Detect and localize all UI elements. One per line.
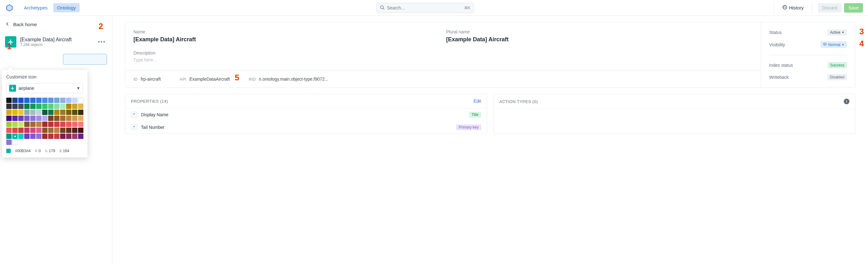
color-swatch[interactable]	[6, 104, 12, 109]
color-swatch[interactable]	[18, 134, 24, 139]
color-swatch[interactable]	[30, 122, 36, 127]
color-swatch[interactable]	[60, 110, 65, 115]
color-swatch[interactable]	[42, 110, 48, 115]
color-swatch[interactable]	[60, 122, 65, 127]
color-swatch[interactable]	[6, 98, 12, 103]
tab-ontology[interactable]: Ontology	[53, 3, 80, 12]
color-swatch[interactable]	[42, 127, 48, 133]
color-swatch[interactable]	[6, 116, 12, 121]
color-swatch[interactable]	[66, 116, 71, 121]
color-swatch[interactable]	[48, 122, 54, 127]
color-swatch[interactable]	[42, 116, 48, 121]
color-swatch[interactable]	[72, 122, 78, 127]
color-swatch[interactable]	[36, 116, 41, 121]
color-swatch[interactable]	[66, 122, 71, 127]
icon-select[interactable]: airplane ▼	[6, 83, 83, 93]
color-swatch[interactable]	[72, 104, 78, 109]
color-swatch[interactable]	[6, 134, 12, 139]
search-box[interactable]: ⌘K	[376, 3, 474, 13]
color-swatch[interactable]	[36, 104, 41, 109]
color-swatch[interactable]	[60, 127, 65, 133]
color-swatch[interactable]	[18, 116, 24, 121]
color-swatch[interactable]	[30, 127, 36, 133]
color-swatch[interactable]	[78, 98, 84, 103]
color-swatch[interactable]	[48, 116, 54, 121]
property-row[interactable]: ❞ Tail Number Primary key	[125, 121, 487, 134]
color-swatch[interactable]	[72, 110, 78, 115]
color-swatch[interactable]	[54, 116, 60, 121]
properties-edit-link[interactable]: Edit	[473, 98, 481, 104]
color-swatch[interactable]	[48, 110, 54, 115]
color-swatch[interactable]	[24, 98, 30, 103]
name-value[interactable]: [Example Data] Aircraft	[133, 36, 440, 43]
color-swatch[interactable]	[36, 127, 41, 133]
color-swatch[interactable]	[48, 127, 54, 133]
color-swatch[interactable]	[36, 134, 41, 139]
color-swatch[interactable]	[36, 122, 41, 127]
color-swatch[interactable]	[30, 134, 36, 139]
color-swatch[interactable]	[30, 104, 36, 109]
color-swatch[interactable]	[18, 122, 24, 127]
description-input[interactable]: Type here...	[133, 57, 752, 62]
color-swatch[interactable]	[18, 127, 24, 133]
color-swatch[interactable]	[54, 98, 60, 103]
entity-menu-button[interactable]: •••	[97, 37, 107, 47]
color-swatch[interactable]	[66, 98, 71, 103]
color-swatch[interactable]	[48, 98, 54, 103]
color-swatch[interactable]	[36, 110, 41, 115]
color-swatch[interactable]	[12, 110, 18, 115]
color-swatch[interactable]	[48, 134, 54, 139]
status-dropdown[interactable]: Active ▼	[828, 29, 847, 36]
color-swatch[interactable]	[18, 110, 24, 115]
color-swatch[interactable]	[78, 116, 84, 121]
color-swatch[interactable]	[78, 134, 84, 139]
color-swatch[interactable]	[60, 98, 65, 103]
color-swatch[interactable]	[78, 127, 84, 133]
color-swatch[interactable]	[36, 98, 41, 103]
color-swatch[interactable]	[24, 127, 30, 133]
search-input[interactable]	[387, 5, 462, 10]
tab-archetypes[interactable]: Archetypes	[20, 3, 51, 12]
color-swatch[interactable]	[18, 104, 24, 109]
color-swatch[interactable]	[6, 122, 12, 127]
color-swatch[interactable]	[24, 122, 30, 127]
color-swatch[interactable]	[12, 140, 18, 145]
color-swatch[interactable]	[30, 110, 36, 115]
color-swatch[interactable]	[60, 116, 65, 121]
plural-value[interactable]: [Example Data] Aircraft	[446, 36, 753, 43]
color-swatch[interactable]	[54, 104, 60, 109]
property-row[interactable]: ❞ Display Name Title	[125, 108, 487, 121]
color-swatch[interactable]	[72, 134, 78, 139]
color-swatch[interactable]	[66, 134, 71, 139]
color-swatch[interactable]	[6, 110, 12, 115]
color-swatch[interactable]	[48, 104, 54, 109]
color-swatch[interactable]	[6, 127, 12, 133]
color-swatch[interactable]	[78, 110, 84, 115]
back-home[interactable]: Back home	[0, 16, 112, 33]
color-swatch[interactable]	[42, 122, 48, 127]
color-swatch[interactable]	[54, 127, 60, 133]
discard-button[interactable]: Discard	[818, 3, 842, 12]
color-swatch[interactable]	[12, 122, 18, 127]
color-swatch[interactable]	[24, 110, 30, 115]
color-swatch[interactable]	[66, 110, 71, 115]
color-swatch[interactable]	[12, 104, 18, 109]
color-swatch[interactable]	[72, 127, 78, 133]
color-swatch[interactable]	[72, 98, 78, 103]
color-swatch[interactable]	[54, 110, 60, 115]
color-swatch[interactable]	[6, 140, 12, 145]
color-swatch[interactable]	[78, 122, 84, 127]
color-swatch[interactable]	[42, 104, 48, 109]
color-swatch[interactable]	[54, 134, 60, 139]
color-swatch[interactable]	[60, 134, 65, 139]
color-swatch[interactable]	[18, 98, 24, 103]
color-swatch[interactable]	[60, 104, 65, 109]
color-swatch[interactable]	[72, 116, 78, 121]
color-swatch[interactable]	[12, 127, 18, 133]
color-swatch[interactable]	[42, 134, 48, 139]
save-button[interactable]: Save	[844, 3, 863, 12]
color-swatch[interactable]	[12, 116, 18, 121]
color-swatch[interactable]	[24, 116, 30, 121]
color-swatch[interactable]	[12, 98, 18, 103]
color-swatch[interactable]	[24, 134, 30, 139]
